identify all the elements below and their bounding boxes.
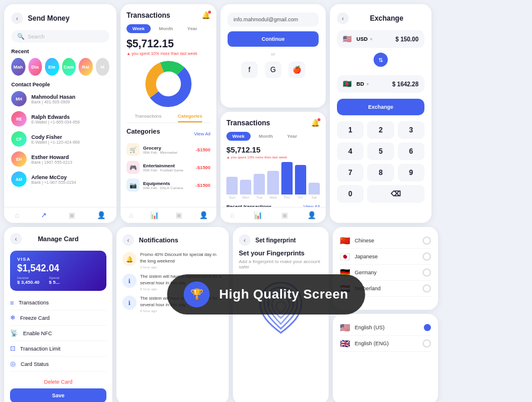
transactions-panel-2: Transactions 🔔 Week Month Year $5,712.15… — [220, 112, 326, 223]
nav-chart-2[interactable]: 📊 — [254, 211, 262, 219]
num-1[interactable]: 1 — [337, 121, 364, 139]
bar-value — [309, 183, 320, 194]
menu-freeze[interactable]: ❄ Freeze Card — [10, 310, 106, 326]
tab-categories[interactable]: Categories — [178, 114, 202, 122]
menu-limit[interactable]: ⊡ Transaction Limit — [10, 341, 106, 356]
back-button-notif[interactable]: ‹ — [122, 234, 134, 246]
avatar-cam[interactable]: Cam — [62, 58, 76, 76]
nav-chart[interactable]: 📊 — [150, 211, 159, 219]
bottom-nav-3: ⌂ 📊 ▣ 👤 — [220, 207, 326, 223]
flag-eng: 🇬🇧 — [340, 339, 350, 348]
num-backspace[interactable]: ⌫ — [367, 185, 424, 203]
nav-profile-3[interactable]: 👤 — [307, 211, 316, 219]
nav-home-3[interactable]: ⌂ — [230, 211, 234, 219]
num-0[interactable]: 0 — [337, 185, 364, 203]
menu-nfc[interactable]: 📡 Enable NFC — [10, 326, 106, 341]
radio-eng[interactable] — [423, 339, 431, 348]
delete-card-button[interactable]: Delete Card — [10, 375, 106, 388]
nav-card[interactable]: ▣ — [69, 211, 75, 219]
tab-transactions[interactable]: Transactions — [135, 114, 162, 122]
radio-chinese[interactable] — [423, 236, 431, 245]
search-box[interactable]: 🔍 Search — [11, 30, 109, 43]
nav-card-3[interactable]: ▣ — [281, 211, 288, 219]
tab-month-2[interactable]: Month — [253, 132, 279, 141]
status-icon: ◎ — [10, 360, 16, 368]
visa-label: VISA — [17, 257, 99, 262]
num-2[interactable]: 2 — [367, 121, 394, 139]
bar-day-label: Thu — [284, 196, 290, 199]
view-all-btn[interactable]: View All — [194, 131, 210, 137]
num-4[interactable]: 4 — [337, 142, 364, 160]
radio-netherland[interactable] — [423, 284, 431, 293]
back-button-finger[interactable]: ‹ — [239, 234, 251, 246]
tab-week-2[interactable]: Week — [226, 132, 251, 141]
equipment-info: Equipments 04th Feb · DSLR Camera — [143, 181, 192, 190]
bar-sun: Sun — [226, 177, 238, 199]
back-button-exchange[interactable]: ‹ — [337, 12, 349, 24]
avatar-dian[interactable]: Dia — [28, 58, 43, 76]
entertainment-icon: 🎮 — [126, 161, 140, 174]
equipment-amount: -$1500 — [196, 183, 210, 188]
back-button[interactable]: ‹ — [11, 12, 23, 24]
tab-month[interactable]: Month — [153, 24, 179, 33]
from-flag: 🇺🇸 — [343, 35, 352, 43]
contact-item[interactable]: AM Arlene McCoy Bank | +1-907-555-0234 — [11, 171, 109, 187]
tab-year[interactable]: Year — [181, 24, 203, 33]
nav-home-2[interactable]: ⌂ — [129, 211, 133, 219]
lang-chinese[interactable]: 🇨🇳 Chinese — [340, 233, 431, 249]
num-9[interactable]: 9 — [398, 164, 424, 181]
swap-icon[interactable]: ⇅ — [374, 53, 388, 67]
contact-item[interactable]: MH Mahmodul Hasan Bank | 401-505-0909 — [11, 91, 109, 106]
notification-bell-2[interactable]: 🔔 — [311, 119, 320, 127]
radio-germany[interactable] — [423, 268, 431, 277]
contact-info: Esther Howard Bank | 1907-555-0213 — [31, 154, 109, 164]
send-money-title: Send Money — [28, 14, 70, 22]
menu-label: Card Status — [21, 361, 49, 367]
num-6[interactable]: 6 — [398, 142, 424, 160]
save-card-button[interactable]: Save — [10, 388, 106, 402]
nav-home[interactable]: ⌂ — [15, 211, 19, 219]
facebook-button[interactable]: f — [241, 61, 258, 78]
exchange-button[interactable]: Exchange — [337, 99, 424, 115]
dropdown-arrow-2[interactable]: ▾ — [366, 82, 369, 87]
contact-item[interactable]: CF Cody Fisher E-Wallet | +1-120-424-668 — [11, 131, 109, 147]
avatar-mah[interactable]: Mah — [11, 58, 25, 76]
lang-japanese[interactable]: 🇯🇵 Japanese — [340, 249, 431, 265]
bar-day-label: Fri — [299, 196, 303, 199]
num-5[interactable]: 5 — [367, 142, 394, 160]
entertainment-sub: 05th Feb · Football Game — [143, 168, 192, 172]
num-8[interactable]: 8 — [367, 164, 394, 181]
contact-item[interactable]: RE Ralph Edwards E-Wallet | +1-665-034-6… — [11, 111, 109, 127]
notif-icon-2: ℹ — [122, 274, 137, 288]
lang-name-japanese: Japanese — [355, 254, 418, 260]
email-field[interactable]: info.mahmodul@gmail.com — [228, 12, 319, 27]
radio-japanese[interactable] — [423, 252, 431, 261]
apple-button[interactable]: 🍎 — [288, 61, 305, 78]
menu-status[interactable]: ◎ Card Status — [10, 356, 106, 372]
notif-icon-3: ℹ — [122, 296, 137, 310]
dropdown-arrow[interactable]: ▾ — [370, 37, 372, 42]
contact-sub: Bank | 401-505-0909 — [31, 100, 109, 104]
num-3[interactable]: 3 — [398, 121, 424, 139]
avatar-more[interactable]: M — [96, 58, 110, 76]
avatar-elean[interactable]: Ele — [45, 58, 59, 76]
lang-english-eng[interactable]: 🇬🇧 English (ENG) — [340, 336, 431, 352]
contact-item[interactable]: EH Esther Howard Bank | 1907-555-0213 — [11, 151, 109, 167]
radio-selected[interactable] — [424, 324, 431, 331]
nav-send[interactable]: ↗ — [41, 211, 47, 219]
notification-bell[interactable]: 🔔 — [202, 11, 210, 20]
google-button[interactable]: G — [265, 61, 281, 78]
avatar-ralph[interactable]: Ral — [79, 58, 93, 76]
nav-card-2[interactable]: ▣ — [176, 211, 182, 219]
send-money-panel: ‹ Send Money 🔍 Search Recent Mah Dia Ele… — [4, 4, 116, 223]
tab-year-2[interactable]: Year — [281, 132, 303, 141]
nav-profile-2[interactable]: 👤 — [199, 211, 208, 219]
nav-profile[interactable]: 👤 — [97, 211, 106, 219]
contact-sub: E-Wallet | +1-665-034-658 — [31, 120, 109, 124]
tab-week[interactable]: Week — [126, 24, 151, 33]
lang-english-us[interactable]: 🇺🇸 English (US) — [340, 320, 431, 336]
continue-button[interactable]: Continue — [228, 31, 319, 47]
menu-transactions[interactable]: ≡ Transactions — [10, 296, 106, 310]
back-button-manage[interactable]: ‹ — [10, 233, 22, 245]
num-7[interactable]: 7 — [337, 164, 364, 181]
